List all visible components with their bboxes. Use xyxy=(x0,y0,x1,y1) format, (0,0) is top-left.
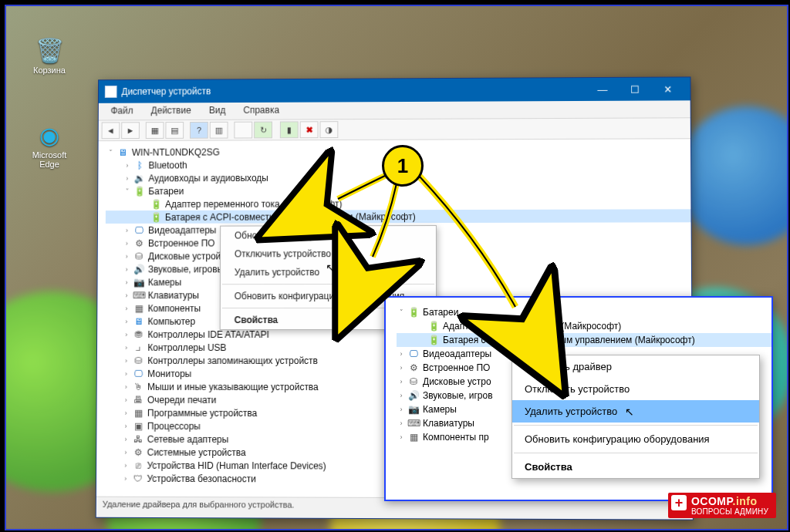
toolbar: ◄ ► ▦ ▤ ? ▥ ↻ ▮ ✖ ◑ xyxy=(99,118,690,141)
camera-icon: 📷 xyxy=(407,404,420,415)
maximize-button[interactable]: ☐ xyxy=(619,78,651,101)
printer-icon: 🖶 xyxy=(132,394,144,405)
toolbar-back[interactable]: ◄ xyxy=(102,122,120,139)
chip-icon: ⚙ xyxy=(407,362,420,373)
component-icon: ▦ xyxy=(407,432,420,443)
toolbar-btn[interactable]: ▤ xyxy=(165,122,184,139)
tree-item-batteries[interactable]: ˅🔋Батареи xyxy=(397,305,771,319)
battery-icon: 🔋 xyxy=(133,186,146,197)
plus-icon: + xyxy=(671,495,687,510)
desktop-icon-edge[interactable]: ◉ Microsoft Edge xyxy=(28,122,71,169)
context-menu-inset: Обновить драйвер Отключить устройство Уд… xyxy=(511,355,760,479)
camera-icon: 📷 xyxy=(133,277,145,288)
toolbar-help[interactable]: ? xyxy=(190,122,208,139)
battery-icon: 🔋 xyxy=(150,211,162,222)
disk-icon: ⛁ xyxy=(407,376,420,387)
menu-file[interactable]: Файл xyxy=(103,103,141,119)
watermark-subtitle: ВОПРОСЫ АДМИНУ xyxy=(691,508,768,516)
desktop-icon-label: Корзина xyxy=(33,66,66,75)
computer-icon: 🖥 xyxy=(133,316,145,327)
toolbar-scan[interactable]: ↻ xyxy=(254,122,272,139)
desktop-icon-recycle-bin[interactable]: 🗑️ Корзина xyxy=(28,37,71,75)
menu-item-update-driver[interactable]: Обновить драйвер xyxy=(512,355,759,378)
sound-icon: 🔊 xyxy=(133,264,145,274)
software-icon: ▦ xyxy=(132,407,144,418)
menu-action[interactable]: Действие xyxy=(143,103,199,118)
menu-item-disable-device[interactable]: Отключить устройство xyxy=(221,244,436,263)
toolbar-uninstall[interactable]: ✖ xyxy=(300,121,319,138)
network-icon: 🖧 xyxy=(132,433,144,444)
battery-icon: 🔋 xyxy=(407,307,420,318)
tree-item-acpi-battery[interactable]: 🔋Батарея с ACPI-совместимым управлением … xyxy=(397,333,771,347)
sound-icon: 🔊 xyxy=(407,390,420,401)
watermark-text: .info xyxy=(733,495,758,507)
tree-item-ac-adapter[interactable]: 🔋Адаптер переменного тока (Майкрософт) xyxy=(397,319,771,333)
tree-item-acpi-battery[interactable]: 🔋Батарея с ACPI-совместимым управлением … xyxy=(106,209,691,224)
system-icon: ⚙ xyxy=(132,446,144,457)
menu-separator xyxy=(222,284,434,285)
watermark-text: OCOMP xyxy=(691,495,733,507)
bokeh xyxy=(677,106,788,245)
photo-frame: 🗑️ Корзина ◉ Microsoft Edge Диспетчер ус… xyxy=(5,5,788,530)
component-icon: ▦ xyxy=(133,303,145,314)
battery-icon: 🔋 xyxy=(427,321,440,332)
menu-item-properties[interactable]: Свойства xyxy=(512,456,759,478)
display-icon: 🖵 xyxy=(407,348,420,359)
security-icon: 🛡 xyxy=(132,473,144,483)
toolbar-btn[interactable]: ▮ xyxy=(280,121,299,138)
trash-icon: 🗑️ xyxy=(28,37,71,64)
menu-separator xyxy=(514,453,758,453)
storage-icon: ⛁ xyxy=(132,355,144,365)
hid-icon: ⎚ xyxy=(132,460,144,470)
titlebar[interactable]: Диспетчер устройств — ☐ ✕ xyxy=(99,77,690,103)
bluetooth-icon: ᛒ xyxy=(133,160,146,170)
menu-item-uninstall-device[interactable]: Удалить устройство xyxy=(221,263,436,281)
monitor-icon: 🖵 xyxy=(132,368,144,379)
tree-item-ac-adapter[interactable]: 🔋Адаптер переменного тока (Майкрософт) xyxy=(106,196,691,210)
chip-icon: ⚙ xyxy=(133,237,145,248)
display-icon: 🖵 xyxy=(133,224,145,235)
toolbar-btn[interactable] xyxy=(234,122,252,139)
toolbar-btn[interactable]: ◑ xyxy=(319,121,338,138)
keyboard-icon: ⌨ xyxy=(133,290,145,301)
computer-icon: 🖥 xyxy=(116,146,129,157)
edge-icon: ◉ xyxy=(28,122,71,149)
close-button[interactable]: ✕ xyxy=(651,77,684,100)
menu-item-update-driver[interactable]: Обновить драйвер xyxy=(221,226,436,244)
menu-separator xyxy=(514,425,758,426)
battery-icon: 🔋 xyxy=(150,199,162,210)
menu-bar: Файл Действие Вид Справка xyxy=(99,100,690,120)
cpu-icon: ▣ xyxy=(132,420,144,431)
window-title: Диспетчер устройств xyxy=(121,84,586,97)
annotation-marker-1: 1 xyxy=(382,145,424,187)
usb-icon: ⯾ xyxy=(133,342,145,352)
toolbar-btn[interactable]: ▦ xyxy=(146,122,164,139)
desktop-icon-label: Microsoft Edge xyxy=(32,150,67,169)
minimize-button[interactable]: — xyxy=(586,78,619,101)
watermark: + OCOMP.info ВОПРОСЫ АДМИНУ xyxy=(668,493,776,518)
window-icon xyxy=(105,86,117,98)
menu-help[interactable]: Справка xyxy=(235,103,287,118)
disk-icon: ⛁ xyxy=(133,251,145,261)
audio-icon: 🔉 xyxy=(133,173,146,184)
menu-item-uninstall-device[interactable]: Удалить устройство xyxy=(512,400,759,423)
menu-item-scan-hardware[interactable]: Обновить конфигурацию оборудования xyxy=(512,428,759,450)
mouse-icon: 🖰 xyxy=(132,381,144,392)
controller-icon: ⛃ xyxy=(133,329,145,340)
toolbar-forward[interactable]: ► xyxy=(121,122,140,139)
menu-view[interactable]: Вид xyxy=(201,103,233,118)
battery-icon: 🔋 xyxy=(427,335,440,345)
menu-item-disable-device[interactable]: Отключить устройство xyxy=(512,378,759,400)
toolbar-btn[interactable]: ▥ xyxy=(210,122,228,139)
keyboard-icon: ⌨ xyxy=(407,418,420,429)
status-text: Удаление драйвера для выбранного устройс… xyxy=(103,500,295,510)
